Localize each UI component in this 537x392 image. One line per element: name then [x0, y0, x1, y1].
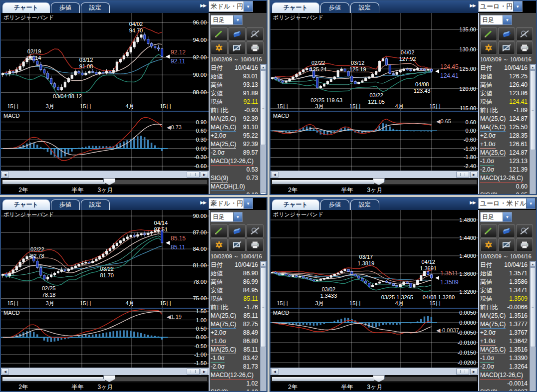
tab-tick-prices[interactable]: 歩値 [51, 2, 80, 13]
currency-pair-select[interactable]: ユーロ・円 ▼ [478, 1, 523, 12]
vscrollbar-thumb[interactable]: ≡ [530, 267, 536, 347]
hscrollbar-thumb[interactable] [456, 172, 469, 178]
draw-pencil-icon[interactable] [480, 27, 497, 40]
timeframe-select[interactable]: 日足 ▼ [211, 15, 243, 25]
eraser-icon[interactable] [229, 224, 246, 237]
zoom-disabled-icon[interactable] [516, 224, 533, 237]
panel-vscrollbar[interactable]: ▲ ≡ ▼ [530, 261, 536, 392]
range-3m-label[interactable]: 3ヶ月 [367, 383, 382, 392]
chart-hscrollbar[interactable]: ◄ ► [1, 171, 209, 178]
price-chart[interactable]: 96.0094.0092.0090.0088.0092.1292.11 ボリンジ… [1, 13, 209, 111]
scroll-left-arrow-icon[interactable]: ◄ [1, 172, 9, 178]
print-icon[interactable] [247, 41, 264, 54]
chart-hscrollbar[interactable]: ◄ ► [270, 171, 478, 178]
macd-chart[interactable]: 0.900.600.300.00-0.30-0.60◀0.73 MACD [1, 111, 209, 171]
capture-disabled-icon[interactable] [498, 41, 515, 54]
scroll-left-arrow-icon[interactable]: ◄ [271, 369, 278, 375]
print-icon[interactable] [247, 238, 264, 251]
scroll-up-arrow-icon[interactable]: ▲ [530, 261, 536, 267]
vscrollbar-thumb[interactable]: ≡ [261, 267, 266, 347]
print-icon[interactable] [516, 41, 533, 54]
panel-vscrollbar[interactable]: ▲ ≡ ▼ [530, 64, 536, 195]
tab-settings[interactable]: 設定 [81, 2, 110, 13]
timeframe-select[interactable]: 日足 ▼ [480, 212, 512, 222]
chevron-down-icon[interactable]: ▼ [503, 212, 512, 221]
price-chart[interactable]: 90.0087.0084.0081.0078.0075.0085.1585.11… [1, 210, 209, 308]
draw-pencil-icon[interactable] [480, 224, 497, 237]
panel-vscrollbar[interactable]: ▲ ≡ ▼ [260, 261, 267, 392]
eraser-icon[interactable] [498, 27, 515, 40]
tab-tick-prices[interactable]: 歩値 [320, 199, 349, 210]
chart-hscrollbar[interactable]: ◄ ► [1, 368, 209, 375]
currency-pair-select[interactable]: 米ドル・円 ▼ [209, 1, 253, 12]
tab-settings[interactable]: 設定 [350, 2, 379, 13]
chevron-down-icon[interactable]: ▼ [244, 198, 253, 208]
hscrollbar-thumb[interactable] [187, 369, 200, 375]
fast-forward-icon[interactable]: ▶▶ [200, 3, 206, 8]
panel-vscrollbar[interactable]: ▲ ≡ ▼ [260, 64, 267, 195]
capture-disabled-icon[interactable] [229, 41, 246, 54]
range-3m-label[interactable]: 3ヶ月 [97, 383, 113, 392]
settings-gear-icon[interactable] [211, 238, 228, 251]
tab-chart[interactable]: チャート [272, 199, 319, 210]
range-6m-label[interactable]: 半年 [341, 186, 353, 195]
tab-tick-prices[interactable]: 歩値 [320, 2, 349, 13]
zoom-disabled-icon[interactable] [247, 27, 264, 40]
settings-gear-icon[interactable] [480, 41, 497, 54]
macd-chart[interactable]: 0.600.00-0.60-1.20-1.80-2.40◀0.65 MACD [270, 111, 478, 171]
range-3m-label[interactable]: 3ヶ月 [97, 186, 113, 195]
scroll-left-arrow-icon[interactable]: ◄ [1, 369, 9, 375]
range-slider[interactable] [1, 178, 209, 186]
tab-tick-prices[interactable]: 歩値 [51, 199, 80, 210]
scroll-right-arrow-icon[interactable]: ► [470, 172, 478, 178]
range-2y-label[interactable]: 2年 [288, 383, 297, 392]
range-6m-label[interactable]: 半年 [71, 186, 83, 195]
range-slider[interactable] [270, 178, 478, 186]
range-2y-label[interactable]: 2年 [288, 186, 297, 195]
scroll-right-arrow-icon[interactable]: ► [470, 369, 478, 375]
currency-pair-select[interactable]: ユーロ・米ドル ▼ [478, 198, 536, 209]
chart-hscrollbar[interactable]: ◄ ► [270, 368, 478, 375]
macd-chart[interactable]: 0.00500.0000-0.0050-0.0100-0.0150-0.0200… [270, 308, 478, 368]
macd-chart[interactable]: 1.501.000.500.00-0.50-1.00-1.50◀1.19 MAC… [1, 308, 209, 368]
fast-forward-icon[interactable]: ▶▶ [200, 200, 206, 205]
tab-settings[interactable]: 設定 [81, 199, 110, 210]
chevron-down-icon[interactable]: ▼ [233, 212, 242, 221]
tab-settings[interactable]: 設定 [350, 199, 379, 210]
chevron-down-icon[interactable]: ▼ [244, 1, 253, 11]
scroll-down-arrow-icon[interactable]: ▼ [261, 193, 266, 195]
range-2y-label[interactable]: 2年 [18, 383, 28, 392]
zoom-disabled-icon[interactable] [247, 224, 264, 237]
capture-disabled-icon[interactable] [229, 238, 246, 251]
tab-chart[interactable]: チャート [272, 2, 319, 13]
hscrollbar-thumb[interactable] [456, 369, 469, 375]
vscrollbar-thumb[interactable]: ≡ [530, 70, 536, 150]
scroll-right-arrow-icon[interactable]: ► [201, 369, 208, 375]
scroll-right-arrow-icon[interactable]: ► [201, 172, 208, 178]
fast-forward-icon[interactable]: ▶▶ [470, 200, 476, 205]
range-2y-label[interactable]: 2年 [18, 186, 28, 195]
eraser-icon[interactable] [498, 224, 515, 237]
draw-pencil-icon[interactable] [211, 224, 228, 237]
range-slider[interactable] [1, 375, 209, 383]
scroll-up-arrow-icon[interactable]: ▲ [261, 64, 266, 70]
chevron-down-icon[interactable]: ▼ [526, 198, 535, 208]
zoom-disabled-icon[interactable] [516, 27, 533, 40]
range-3m-label[interactable]: 3ヶ月 [367, 186, 382, 195]
settings-gear-icon[interactable] [480, 238, 497, 251]
tab-chart[interactable]: チャート [2, 2, 50, 13]
range-slider[interactable] [270, 375, 478, 383]
fast-forward-icon[interactable]: ▶▶ [470, 3, 476, 8]
scroll-left-arrow-icon[interactable]: ◄ [271, 172, 278, 178]
chevron-down-icon[interactable]: ▼ [233, 15, 242, 24]
vscrollbar-thumb[interactable]: ≡ [261, 70, 266, 145]
capture-disabled-icon[interactable] [498, 238, 515, 251]
chevron-down-icon[interactable]: ▼ [503, 15, 512, 24]
print-icon[interactable] [516, 238, 533, 251]
price-chart[interactable]: 1.48001.44001.40001.36001.32001.35111.35… [270, 210, 478, 308]
range-6m-label[interactable]: 半年 [341, 383, 353, 392]
currency-pair-select[interactable]: 豪ドル・円 ▼ [209, 198, 253, 209]
range-6m-label[interactable]: 半年 [71, 383, 83, 392]
eraser-icon[interactable] [229, 27, 246, 40]
price-chart[interactable]: 135.00130.00125.00120.00115.00124.45124.… [270, 13, 478, 111]
